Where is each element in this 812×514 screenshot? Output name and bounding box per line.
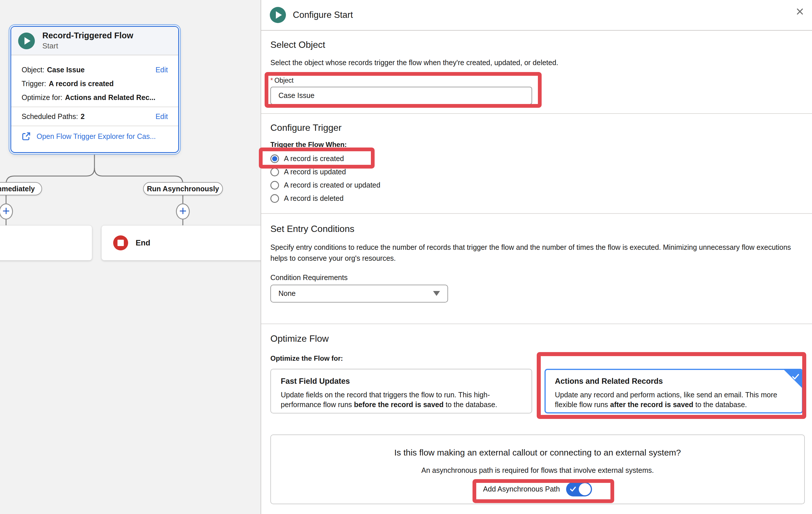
condition-requirements-select[interactable]: None [270,285,448,302]
end-icon [113,235,128,250]
start-node-header: Record-Triggered Flow Start [11,27,178,55]
start-play-icon [18,32,35,49]
start-play-icon [270,7,286,23]
configure-trigger-heading: Configure Trigger [270,123,803,133]
external-callout-question: Is this flow making an external callout … [271,448,804,458]
start-node-subtitle: Start [42,42,133,50]
start-row-scheduled-paths: Scheduled Paths:2 Edit [11,109,178,123]
radio-button-selected[interactable] [270,155,279,163]
trigger-when-label: Trigger the Flow When: [270,141,803,149]
end-node-card-async: End [102,225,269,261]
selected-check-icon [791,372,801,381]
radio-record-updated[interactable]: A record is updated [270,165,803,179]
start-row-trigger: Trigger:A record is created [11,77,178,90]
condition-requirements-label: Condition Requirements [270,273,803,282]
start-node-title: Record-Triggered Flow [42,31,133,40]
add-async-path-toggle[interactable] [566,482,592,496]
toggle-check-icon [569,486,577,493]
optimize-for-label: Optimize the Flow for: [270,354,803,362]
panel-title: Configure Start [293,10,353,20]
external-link-icon [22,132,31,141]
start-row-object: Object:Case Issue Edit [11,63,178,77]
external-callout-box: Is this flow making an external callout … [270,434,805,504]
start-node-card[interactable]: Record-Triggered Flow Start Object:Case … [10,26,179,153]
end-node-label: End [136,239,150,247]
close-icon[interactable] [793,5,806,18]
optimize-flow-heading: Optimize Flow [270,333,803,344]
radio-button[interactable] [270,168,279,176]
radio-record-created[interactable]: A record is created [270,152,803,165]
entry-conditions-description: Specify entry conditions to reduce the n… [270,242,803,264]
flow-trigger-explorer-link[interactable]: Open Flow Trigger Explorer for Cas... [36,132,156,141]
flow-builder-screen: Record-Triggered Flow Start Object:Case … [0,0,812,514]
configure-start-panel: Configure Start Select Object Select the… [261,0,812,514]
dropdown-caret-icon [433,291,440,296]
select-object-description: Select the object whose records trigger … [270,57,803,68]
radio-record-created-or-updated[interactable]: A record is created or updated [270,179,803,192]
radio-button[interactable] [270,194,279,203]
entry-conditions-heading: Set Entry Conditions [270,223,803,234]
divider [11,126,178,126]
edit-object-link[interactable]: Edit [155,66,168,74]
option-card-fast-field-updates[interactable]: Fast Field Updates Update fields on the … [270,369,532,413]
add-element-button-async-path[interactable]: + [176,204,190,220]
start-row-optimize: Optimize for:Actions and Related Rec... [11,90,178,104]
object-field-label: *Object [270,77,803,84]
divider [11,107,178,107]
end-node-card-immediate [0,225,92,261]
async-path-note: An asynchronous path is required for flo… [271,466,804,475]
select-object-heading: Select Object [270,39,803,50]
path-label-run-asynchronously: Run Asynchronously [143,182,223,195]
object-input[interactable]: Case Issue [270,87,532,105]
edit-scheduled-paths-link[interactable]: Edit [155,112,168,121]
toggle-knob [579,483,591,495]
add-async-path-label: Add Asynchronous Path [483,485,560,493]
radio-button[interactable] [270,181,279,190]
radio-record-deleted[interactable]: A record is deleted [270,192,803,205]
flow-canvas[interactable]: Record-Triggered Flow Start Object:Case … [0,0,261,514]
option-card-actions-and-related-records[interactable]: Actions and Related Records Update any r… [545,369,803,413]
path-label-run-immediately: Run Immediately [0,182,42,195]
required-asterisk: * [270,77,273,84]
